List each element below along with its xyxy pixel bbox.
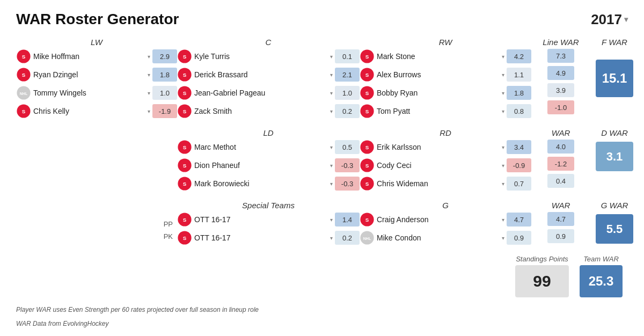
ld1-team-logo: S <box>177 140 192 155</box>
ld3-war: -0.3 <box>335 177 360 191</box>
footer-line1: Player WAR uses Even Strength per 60 rat… <box>16 306 628 313</box>
forwards-section: LW S Mike Hoffman ▾ 2.9 S Ryan Dzingel ▾… <box>16 38 628 122</box>
lw4-team-logo: S <box>16 104 31 119</box>
g1-dropdown[interactable]: ▾ <box>502 217 504 223</box>
g1-war: 4.7 <box>507 213 531 227</box>
ld1-war: 0.5 <box>335 140 360 154</box>
d-war-header: D WAR <box>601 128 628 137</box>
c-row-1: S Kyle Turris ▾ 0.1 <box>177 49 360 64</box>
pp-dropdown[interactable]: ▾ <box>330 217 333 223</box>
special-teams-section: PP PK Special Teams S OTT 16-17 ▾ 1.4 S … <box>16 201 628 249</box>
team-war-label: Team WAR <box>583 255 619 263</box>
lw1-name: Mike Hoffman <box>33 52 145 61</box>
ld3-team-logo: S <box>177 176 192 191</box>
lw3-dropdown[interactable]: ▾ <box>148 90 150 96</box>
svg-text:S: S <box>183 108 187 114</box>
defense-section: LD S Marc Methot ▾ 0.5 S Dion Phaneuf ▾ … <box>16 128 628 194</box>
footer: Player WAR uses Even Strength per 60 rat… <box>16 306 628 327</box>
rw1-dropdown[interactable]: ▾ <box>502 54 504 60</box>
page-title: WAR Roster Generator <box>16 11 179 28</box>
c-column: C S Kyle Turris ▾ 0.1 S Derick Brassard … <box>177 38 360 122</box>
standings-section: Standings Points 99 Team WAR 25.3 <box>16 255 628 297</box>
c1-dropdown[interactable]: ▾ <box>330 54 333 60</box>
c4-dropdown[interactable]: ▾ <box>330 108 333 114</box>
pp-war: 1.4 <box>335 213 360 227</box>
svg-text:S: S <box>365 144 369 150</box>
rw-row-3: S Bobby Ryan ▾ 1.8 <box>360 85 531 100</box>
pp-row: S OTT 16-17 ▾ 1.4 <box>177 212 360 227</box>
f-war-column: F WAR 15.1 <box>590 38 639 122</box>
g-war-badge: 5.5 <box>596 214 633 244</box>
svg-text:S: S <box>183 72 187 78</box>
rw4-dropdown[interactable]: ▾ <box>502 108 504 114</box>
c2-dropdown[interactable]: ▾ <box>330 72 333 78</box>
year-selector[interactable]: 2017 ▾ <box>591 11 628 28</box>
pk-war: 0.2 <box>335 231 360 245</box>
c2-name: Derick Brassard <box>194 70 328 79</box>
rw4-name: Tom Pyatt <box>377 107 500 115</box>
g2-dropdown[interactable]: ▾ <box>502 235 504 241</box>
rd3-dropdown[interactable]: ▾ <box>502 181 504 187</box>
rw3-dropdown[interactable]: ▾ <box>502 90 504 96</box>
lw4-dropdown[interactable]: ▾ <box>148 108 150 114</box>
line-war-3: 3.9 <box>547 83 574 97</box>
c3-team-logo: S <box>177 85 192 100</box>
standings-label: Standings Points <box>516 255 568 263</box>
c-row-3: S Jean-Gabriel Pageau ▾ 1.0 <box>177 85 360 100</box>
c3-dropdown[interactable]: ▾ <box>330 90 333 96</box>
rd1-team-logo: S <box>360 140 375 155</box>
standings-box: Standings Points 99 <box>515 255 569 297</box>
rw4-team-logo: S <box>360 104 375 119</box>
lw1-team-logo: S <box>16 49 31 64</box>
svg-text:S: S <box>183 90 187 96</box>
standings-value: 99 <box>515 265 569 297</box>
ld3-name: Mark Borowiecki <box>194 179 328 188</box>
c4-team-logo: S <box>177 104 192 119</box>
ld2-war: -0.3 <box>335 158 360 172</box>
page-container: WAR Roster Generator 2017 ▾ LW S Mike Ho… <box>0 0 644 336</box>
line-war-2: 4.9 <box>547 66 574 80</box>
pk-dropdown[interactable]: ▾ <box>330 235 333 241</box>
rd-row-3: S Chris Wideman ▾ 0.7 <box>360 176 531 191</box>
c3-name: Jean-Gabriel Pageau <box>194 89 328 97</box>
rd2-team-logo: S <box>360 158 375 173</box>
lw3-war: 1.0 <box>152 86 177 100</box>
rd1-name: Erik Karlsson <box>377 143 500 151</box>
rd1-war: 3.4 <box>507 140 531 154</box>
svg-text:S: S <box>183 163 187 169</box>
goalie-war-values: 4.7 0.9 <box>547 212 574 243</box>
ld1-dropdown[interactable]: ▾ <box>330 144 333 150</box>
rd2-war: -0.9 <box>507 158 531 172</box>
rd1-dropdown[interactable]: ▾ <box>502 144 504 150</box>
st-header: Special Teams <box>177 201 360 210</box>
rw2-dropdown[interactable]: ▾ <box>502 72 504 78</box>
rw-row-4: S Tom Pyatt ▾ 0.8 <box>360 104 531 119</box>
line-war-4: -1.0 <box>547 100 574 114</box>
rd-column: RD S Erik Karlsson ▾ 3.4 S Cody Ceci ▾ -… <box>360 128 531 194</box>
lw1-war: 2.9 <box>152 49 177 63</box>
lw2-dropdown[interactable]: ▾ <box>148 72 150 78</box>
svg-text:S: S <box>22 108 26 114</box>
d-war-badge: 3.1 <box>596 142 633 171</box>
rw-column: RW S Mark Stone ▾ 4.2 S Alex Burrows ▾ 1… <box>360 38 531 122</box>
rd3-name: Chris Wideman <box>377 179 500 188</box>
pp-team-logo: S <box>177 212 192 227</box>
rd2-dropdown[interactable]: ▾ <box>502 163 504 169</box>
lw-row-3: NHL Tommy Wingels ▾ 1.0 <box>16 85 177 100</box>
svg-text:S: S <box>22 72 26 78</box>
ld3-dropdown[interactable]: ▾ <box>330 181 333 187</box>
rd2-name: Cody Ceci <box>377 161 500 170</box>
rd-row-1: S Erik Karlsson ▾ 3.4 <box>360 140 531 155</box>
svg-text:S: S <box>22 54 26 60</box>
pair-war-column: WAR 4.0 -1.2 0.4 <box>531 128 590 194</box>
g-war-header: G WAR <box>601 201 628 210</box>
lw1-dropdown[interactable]: ▾ <box>148 54 150 60</box>
svg-text:S: S <box>365 54 369 60</box>
rw3-team-logo: S <box>360 85 375 100</box>
ld2-dropdown[interactable]: ▾ <box>330 163 333 169</box>
svg-text:NHL: NHL <box>363 237 371 240</box>
rd-header: RD <box>360 128 531 137</box>
line-war-header: Line WAR <box>543 38 579 47</box>
g2-team-logo: NHL <box>360 230 375 245</box>
rw2-war: 1.1 <box>507 68 531 82</box>
